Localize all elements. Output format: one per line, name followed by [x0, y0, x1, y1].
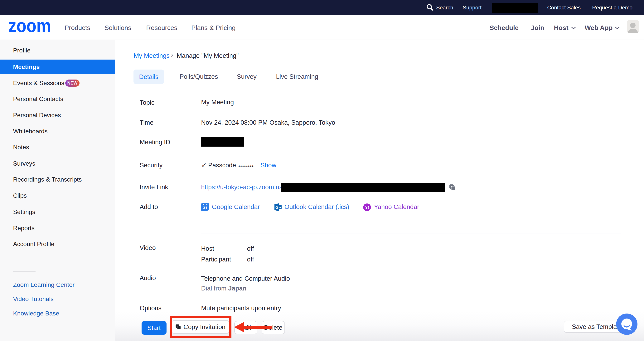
- svg-text:31: 31: [203, 206, 208, 210]
- svg-text:zoom: zoom: [8, 15, 51, 33]
- svg-text:o: o: [276, 204, 278, 210]
